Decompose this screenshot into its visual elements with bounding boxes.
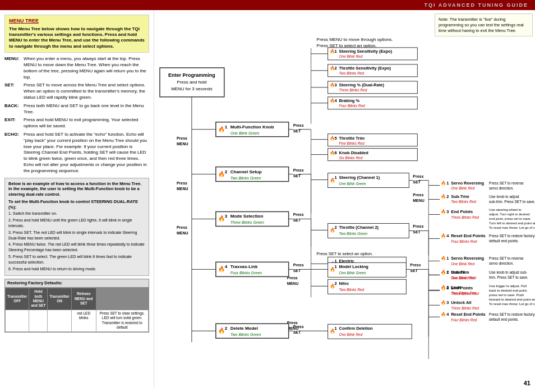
title-mfkc2: Throttle Sensitivity (Expo) [339, 66, 391, 71]
header-title: TQi Advanced Tuning Guide [424, 2, 528, 8]
sub-cs: Two Blinks Green [230, 176, 261, 180]
example-steps: 1. Switch the transmitter on. 2. Press a… [8, 211, 145, 271]
sub-tlc1: One Blink Green [339, 271, 366, 275]
num-cs: 2 [225, 169, 228, 174]
menu-tree-box: MENU TREE The Menu Tree below shows how … [4, 15, 149, 53]
flame-ml1: 🔥 [441, 270, 446, 275]
desc-ts3e: To reset max throw: Let go of controls a… [489, 302, 535, 306]
num-mfkc6: 6 [335, 150, 337, 155]
press-menu-3b: MENU [177, 231, 188, 235]
num-mfkc1: 1 [335, 49, 337, 54]
sub-ms: Three Blinks Green [230, 220, 264, 224]
factory-col-2: Hold bothMENU and SET [29, 288, 48, 310]
def-echo: ECHO: Press and hold SET to activate the… [4, 132, 149, 174]
sub-dmc1: One Blink Red [339, 333, 363, 336]
num-ss3: 3 [446, 209, 449, 214]
def-back-text: Press both MENU and SET to go back one l… [24, 103, 149, 116]
num-tlc1: 1 [335, 264, 337, 269]
title-ss4: Reset End Points [451, 233, 485, 238]
factory-cell-5: Press SET to clear settings. LED will tu… [96, 310, 148, 331]
step-1: 1. Switch the transmitter on. [8, 211, 145, 216]
def-menu: MENU: When you enter a menu, you always … [4, 56, 149, 80]
enter-prog-title: Enter Programming [168, 72, 215, 78]
desc-ss3c: end point, press set to save. [489, 217, 531, 220]
sub-mfkc4: Four Blinks Red [339, 104, 366, 108]
sub-mfkc1: One Blink Red [339, 54, 363, 58]
desc-ss1b: servo direction. [489, 186, 514, 190]
num-tl: 4 [225, 264, 228, 269]
def-echo-text: Press and hold SET to activate the "echo… [24, 132, 149, 174]
desc-ts2b: trim. Press SET to save. [489, 275, 528, 279]
sub-mfk: One Blink Green [230, 131, 260, 135]
term-echo: ECHO: [4, 132, 22, 138]
flame-ml2: 🔥 [441, 285, 446, 290]
title-ss1: Servo Reversing [451, 181, 484, 186]
title-ss2: Sub-Trim [451, 195, 469, 200]
title-ms: Mode Selection [230, 214, 264, 219]
title-mfkc3: Steering % (Dual-Rate) [339, 82, 385, 87]
press-menu-csc1-b: MENU [413, 199, 425, 202]
def-set-text: Press SET to move across the Menu Tree a… [24, 82, 149, 100]
num-ts1: 1 [446, 256, 449, 261]
press-menu-csc1: Press [413, 193, 423, 197]
page-header: TQi Advanced Tuning Guide [0, 0, 535, 10]
title-mfkc1: Steering Sensitivity (Expo) [339, 49, 393, 54]
press-set-cs: Press [293, 168, 304, 172]
press-menu-1b: MENU [177, 142, 188, 146]
factory-cell-3 [48, 310, 71, 331]
press-set-tlc1: Press [410, 263, 421, 267]
term-back: BACK: [4, 103, 22, 109]
sub-tl: Four Blinks Green [230, 271, 262, 275]
desc-ts3c: press set to save. Push [489, 293, 524, 297]
example-box: Below is an example of how to access a f… [4, 178, 149, 276]
sub-mfkc5: Five Blinks Red [339, 141, 365, 145]
desc-ts1: Press SET to reverse [489, 256, 524, 260]
flame-ss1: 🔥 [441, 181, 446, 186]
page-number: 41 [524, 380, 531, 386]
term-exit: EXIT: [4, 117, 22, 123]
num-ml2: 2 [446, 285, 449, 290]
title-ts4: Reset End Points [451, 312, 485, 317]
step-5: 5. Press SET to select. The green LED wi… [8, 254, 145, 265]
desc-ss2: Use knob to adjust [489, 195, 519, 200]
press-menu-3: Press [177, 225, 187, 229]
title-ml3: Unlock All [451, 300, 471, 305]
flame-ss4: 🔥 [441, 233, 446, 238]
num-mfkc5: 5 [335, 136, 337, 141]
desc-ts2: Use knob to adjust sub- [489, 270, 527, 275]
factory-cell-2 [29, 310, 48, 331]
example-header: Below is an example of how to access a f… [8, 181, 145, 197]
num-ts4: 4 [446, 312, 449, 317]
press-set-tl: Press [293, 263, 304, 267]
sub-ml1: One Blink Red [451, 276, 474, 280]
num-csc1: 1 [335, 175, 337, 180]
desc-ss3b: adjust. Turn right to desired [489, 213, 530, 216]
press-set-csc2: Press [413, 224, 423, 228]
press-set-csc1: Press [413, 174, 423, 178]
press-set-option: Press SET to select an option. [317, 251, 373, 256]
desc-ts4b: default end points. [489, 317, 519, 322]
top-label-menu: Press MENU to move through options. [317, 37, 393, 42]
press-menu-1: Press [177, 136, 187, 140]
desc-ts3d: forward to desired end point and press s… [489, 298, 535, 301]
num-mfkc2: 2 [335, 66, 337, 71]
example-title: To set the Multi-Function knob to contro… [8, 199, 145, 210]
num-mfkc3: 3 [335, 82, 337, 87]
def-exit-text: Press and hold MENU to exit programming.… [24, 117, 149, 130]
title-dmc1: Confirm Deletion [339, 326, 373, 331]
desc-ts4: Press SET to restore factory [489, 312, 535, 317]
title-cs: Channel Setup [230, 169, 262, 174]
factory-col-1: TransmitterOFF [6, 288, 29, 310]
sub-mfkc3: Three Blinks Red [339, 88, 367, 92]
sub-msc2: Two Blinks Red [339, 288, 365, 292]
menu-tree-intro: The Menu Tree below shows how to navigat… [9, 26, 145, 50]
sub-mfkc2: Two Blinks Red [339, 71, 365, 75]
flame-ss2: 🔥 [441, 195, 446, 200]
desc-ts1b: servo direction. [489, 261, 514, 265]
desc-ss1: Press SET to reverse [489, 181, 524, 185]
sub-dm: Two Blinks Green [230, 333, 261, 336]
title-mfkc4: Braking % [339, 98, 360, 103]
desc-ss4: Press SET to restore factory [489, 234, 535, 238]
menu-tree-title: MENU TREE [9, 18, 145, 25]
num-ml1: 1 [446, 270, 449, 275]
